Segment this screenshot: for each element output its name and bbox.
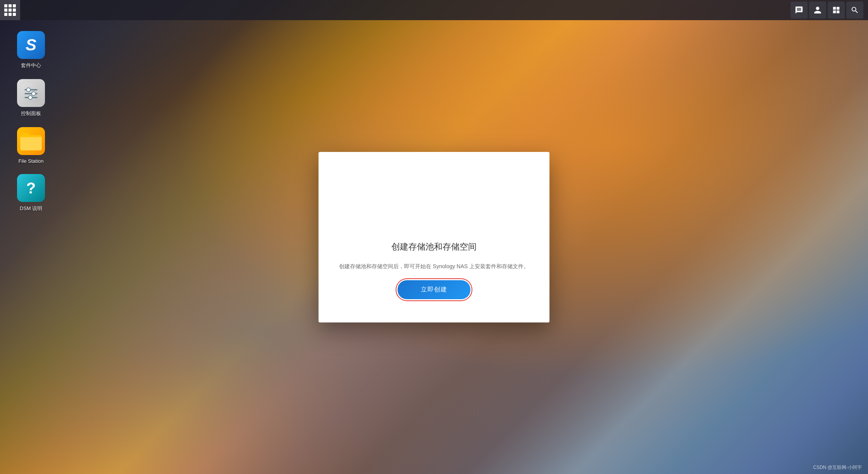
user-icon <box>813 6 822 14</box>
chat-icon <box>795 6 803 14</box>
create-storage-button[interactable]: 立即创建 <box>398 280 470 299</box>
windows-icon <box>832 6 840 14</box>
user-button[interactable] <box>809 2 826 19</box>
taskbar <box>0 0 868 20</box>
taskbar-right <box>790 2 868 19</box>
windows-button[interactable] <box>828 2 845 19</box>
modal-dialog: 创建存储池和存储空间 创建存储池和存储空间后，即可开始在 Synology NA… <box>319 152 549 322</box>
modal-description: 创建存储池和存储空间后，即可开始在 Synology NAS 上安装套件和存储文… <box>339 262 529 271</box>
modal-content: 创建存储池和存储空间 创建存储池和存储空间后，即可开始在 Synology NA… <box>339 241 529 299</box>
apps-button[interactable] <box>0 0 20 20</box>
chat-button[interactable] <box>790 2 808 19</box>
search-icon <box>851 6 859 14</box>
modal-button-wrapper: 立即创建 <box>398 280 470 299</box>
apps-grid-icon <box>4 4 16 16</box>
search-button[interactable] <box>846 2 863 19</box>
modal-title: 创建存储池和存储空间 <box>391 241 477 253</box>
modal-overlay: 创建存储池和存储空间 创建存储池和存储空间后，即可开始在 Synology NA… <box>0 0 868 474</box>
